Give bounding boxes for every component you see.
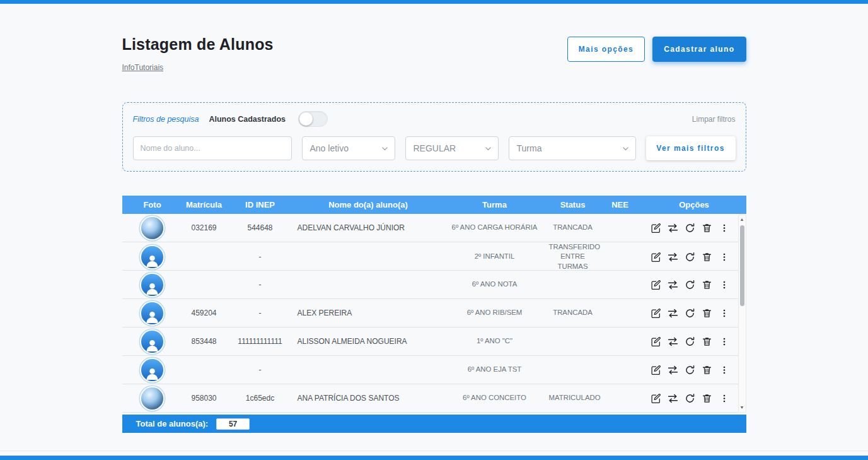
person-icon [144, 365, 160, 381]
registered-toggle-label: Alunos Cadastrados [209, 115, 286, 124]
cell-status: TRANSFERIDO ENTRE TURMAS [548, 242, 598, 271]
more-actions-icon[interactable] [719, 392, 730, 404]
cell-foto [122, 331, 183, 353]
page-title: Listagem de Alunos [122, 35, 274, 54]
edit-icon[interactable] [651, 279, 662, 290]
delete-icon[interactable] [702, 307, 713, 319]
cell-status: MATRICULADO [548, 393, 598, 403]
transfer-icon[interactable] [668, 279, 679, 290]
student-avatar[interactable] [141, 274, 163, 296]
transfer-icon[interactable] [668, 392, 679, 404]
cell-status: TRANCADA [548, 308, 598, 317]
edit-icon[interactable] [651, 251, 662, 262]
cell-turma: 6º ANO RIB/SEM [442, 308, 548, 317]
delete-icon[interactable] [702, 251, 713, 262]
cell-opcoes [642, 307, 738, 319]
cell-matricula: 853448 [183, 336, 226, 346]
delete-icon[interactable] [702, 279, 713, 290]
delete-icon[interactable] [702, 392, 713, 404]
cell-foto [122, 274, 183, 296]
refresh-icon[interactable] [685, 364, 696, 375]
column-header-id-inep: ID INEP [226, 200, 295, 209]
top-accent-bar [0, 0, 868, 4]
refresh-icon[interactable] [685, 307, 696, 319]
info-tutorials-link[interactable]: InfoTutoriais [122, 63, 164, 72]
edit-icon[interactable] [651, 364, 662, 375]
cell-opcoes [642, 392, 738, 404]
column-header-status: Status [548, 200, 598, 209]
edit-icon[interactable] [651, 392, 662, 404]
scrollbar-thumb[interactable] [740, 225, 744, 306]
filters-legend: Filtros de pesquisa [133, 115, 199, 124]
transfer-icon[interactable] [668, 251, 679, 262]
cell-nome: ALISSON ALMEIDA NOGUEIRA [295, 336, 442, 346]
page-bottom-divider [0, 451, 868, 451]
more-actions-icon[interactable] [719, 336, 730, 347]
cell-turma: 6º ANO EJA TST [442, 365, 548, 374]
more-actions-icon[interactable] [719, 307, 730, 319]
register-student-button[interactable]: Cadastrar aluno [652, 37, 746, 62]
delete-icon[interactable] [702, 364, 713, 375]
cell-nome: ALEX PEREIRA [295, 308, 442, 318]
table-scrollbar[interactable]: ▲ ▼ [738, 215, 746, 413]
student-photo[interactable] [141, 387, 163, 410]
refresh-icon[interactable] [685, 251, 696, 262]
class-value: Turma [517, 143, 542, 153]
scrollbar-up-icon[interactable]: ▲ [740, 215, 744, 224]
refresh-icon[interactable] [685, 279, 696, 290]
edit-icon[interactable] [651, 307, 662, 319]
table-body-wrap: 032169 544648 ADELVAN CARVALHO JÚNIOR 6º… [122, 214, 746, 413]
column-header-turma: Turma [442, 200, 548, 209]
registered-students-toggle[interactable] [298, 111, 328, 127]
more-actions-icon[interactable] [719, 222, 730, 233]
student-avatar[interactable] [141, 302, 163, 324]
student-name-input[interactable] [133, 136, 292, 160]
scrollbar-down-icon[interactable]: ▼ [740, 403, 744, 412]
transfer-icon[interactable] [668, 307, 679, 319]
school-year-value: Ano letivo [310, 143, 349, 153]
transfer-icon[interactable] [668, 336, 679, 347]
student-photo[interactable] [141, 217, 163, 239]
filters-panel: Filtros de pesquisa Alunos Cadastrados L… [122, 102, 746, 172]
student-avatar[interactable] [141, 331, 163, 353]
transfer-icon[interactable] [668, 222, 679, 233]
title-block: Listagem de Alunos InfoTutoriais [122, 35, 274, 73]
cell-turma: 2º INFANTIL [442, 252, 548, 261]
filters-top-row: Filtros de pesquisa Alunos Cadastrados L… [133, 111, 736, 127]
more-actions-icon[interactable] [719, 251, 730, 262]
modality-value: REGULAR [414, 143, 456, 153]
school-year-select[interactable]: Ano letivo [302, 136, 395, 160]
more-filters-button[interactable]: Ver mais filtros [646, 136, 736, 160]
cell-opcoes [642, 336, 738, 347]
clear-filters-link[interactable]: Limpar filtros [692, 115, 736, 124]
more-actions-icon[interactable] [719, 279, 730, 290]
edit-icon[interactable] [651, 222, 662, 233]
column-header-nome: Nome do(a) aluno(a) [295, 200, 442, 209]
student-avatar[interactable] [141, 246, 163, 268]
class-select[interactable]: Turma [509, 136, 636, 160]
delete-icon[interactable] [702, 336, 713, 347]
more-options-button[interactable]: Mais opções [567, 37, 645, 62]
edit-icon[interactable] [651, 336, 662, 347]
student-avatar[interactable] [141, 359, 163, 381]
cell-id-inep: 111111111111 [226, 336, 295, 346]
modality-select[interactable]: REGULAR [405, 136, 499, 160]
cell-opcoes [642, 364, 738, 375]
bottom-accent-bar [0, 456, 868, 460]
chevron-down-icon [622, 144, 630, 153]
cell-turma: 1º ANO "C" [442, 336, 548, 346]
delete-icon[interactable] [702, 222, 713, 233]
refresh-icon[interactable] [685, 222, 696, 233]
cell-id-inep: - [226, 252, 295, 262]
refresh-icon[interactable] [685, 392, 696, 404]
header-actions: Mais opções Cadastrar aluno [567, 37, 746, 62]
transfer-icon[interactable] [668, 364, 679, 375]
more-actions-icon[interactable] [719, 364, 730, 375]
refresh-icon[interactable] [685, 336, 696, 347]
table-row: - 2º INFANTIL TRANSFERIDO ENTRE TURMAS [122, 242, 738, 271]
cell-matricula: 032169 [183, 223, 226, 233]
scrollbar-track[interactable] [739, 224, 746, 403]
students-table: Foto Matrícula ID INEP Nome do(a) aluno(… [122, 196, 746, 433]
cell-opcoes [642, 222, 738, 233]
cell-nome: ADELVAN CARVALHO JÚNIOR [295, 223, 442, 233]
